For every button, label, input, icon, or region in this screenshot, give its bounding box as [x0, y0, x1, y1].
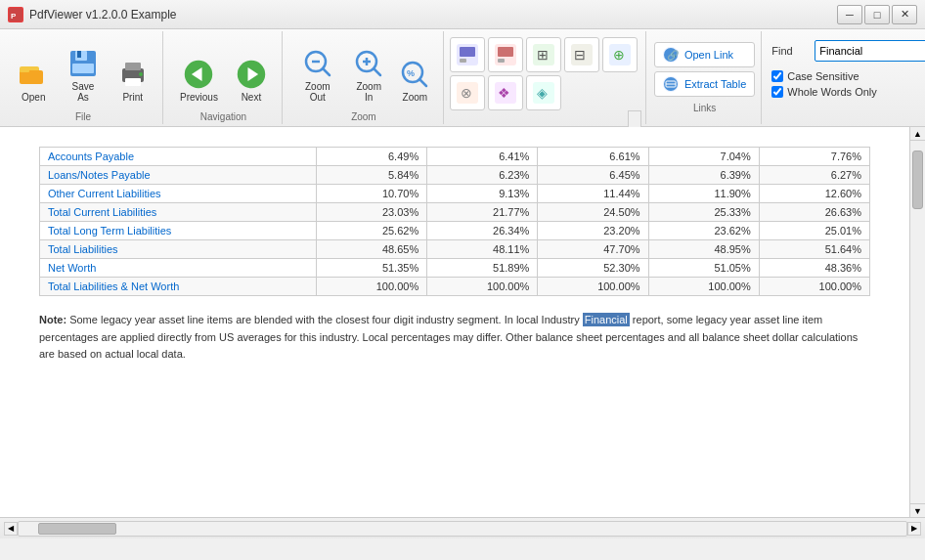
file-group-label: File	[75, 111, 91, 122]
h-scroll-right-btn[interactable]: ▶	[907, 522, 921, 536]
zoom-button[interactable]: % Zoom	[395, 54, 435, 108]
h-scroll-left-btn[interactable]: ◀	[4, 522, 18, 536]
extract-table-icon	[663, 76, 679, 92]
row-value-cell: 24.50%	[538, 203, 648, 222]
table-row: Other Current Liabilities10.70%9.13%11.4…	[40, 185, 870, 203]
case-sensitive-checkbox[interactable]	[771, 70, 783, 82]
scroll-up-btn[interactable]: ▲	[910, 127, 925, 141]
svg-text:⊕: ⊕	[613, 47, 625, 63]
previous-label: Previous	[180, 92, 218, 103]
next-button[interactable]: Next	[229, 54, 274, 108]
open-button[interactable]: Open	[12, 54, 56, 108]
svg-rect-31	[498, 47, 513, 57]
extract-table-label: Extract Table	[684, 78, 746, 90]
skin-btn-6[interactable]: ⊗	[450, 75, 485, 110]
row-label-cell: Total Current Liabilities	[40, 203, 317, 222]
right-scrollbar[interactable]: ▲ ▼	[909, 127, 925, 517]
scrollbar-thumb[interactable]	[912, 151, 923, 209]
horizontal-scrollbar[interactable]	[18, 521, 907, 537]
row-value-cell: 23.62%	[648, 222, 759, 240]
note-highlight: Financial	[583, 313, 630, 326]
note-text: Some legacy year asset line items are bl…	[66, 314, 583, 325]
open-icon	[18, 59, 49, 90]
open-link-label: Open Link	[684, 49, 733, 61]
svg-rect-8	[72, 64, 94, 73]
skin-btn-8[interactable]: ◈	[526, 75, 561, 110]
row-value-cell: 11.90%	[648, 185, 759, 203]
next-label: Next	[242, 92, 262, 103]
title-bar: P PdfViewer v1.2.0.0 Example ─ □ ✕	[0, 0, 925, 29]
zoom-out-icon	[302, 48, 333, 79]
whole-words-row: Whole Words Only	[771, 86, 925, 98]
zoom-in-icon	[353, 48, 384, 79]
row-value-cell: 6.45%	[538, 166, 648, 185]
close-button[interactable]: ✕	[892, 5, 917, 24]
zoom-out-button[interactable]: Zoom Out	[292, 43, 343, 108]
svg-rect-4	[20, 68, 29, 72]
row-value-cell: 51.89%	[427, 259, 538, 278]
row-value-cell: 5.84%	[317, 166, 427, 185]
case-sensitive-label[interactable]: Case Sensitive	[787, 70, 859, 82]
row-value-cell: 23.20%	[538, 222, 648, 240]
table-row: Total Liabilities48.65%48.11%47.70%48.95…	[40, 240, 870, 259]
print-label: Print	[122, 92, 143, 103]
row-value-cell: 25.33%	[648, 203, 759, 222]
skin-btn-4[interactable]: ⊟	[564, 37, 599, 72]
skin-btn-1[interactable]	[450, 37, 485, 72]
svg-point-12	[139, 72, 143, 76]
zoom-label: Zoom	[403, 92, 428, 103]
row-value-cell: 12.60%	[759, 185, 869, 203]
row-label-cell: Total Liabilities	[40, 240, 317, 259]
row-label-cell: Total Long Term Liabilities	[40, 222, 317, 240]
find-input[interactable]	[815, 40, 925, 62]
scrollbar-track	[910, 141, 925, 503]
note-section: Note: Some legacy year asset line items …	[39, 312, 870, 364]
row-value-cell: 48.11%	[427, 240, 538, 259]
table-row: Total Long Term Liabilities25.62%26.34%2…	[40, 222, 870, 240]
minimize-button[interactable]: ─	[837, 5, 862, 24]
navigation-group-label: Navigation	[200, 111, 246, 122]
saveas-button[interactable]: Save As	[60, 43, 108, 108]
row-value-cell: 48.95%	[648, 240, 759, 259]
skin-btn-7[interactable]: ❖	[488, 75, 523, 110]
extract-table-button[interactable]: Extract Table	[654, 71, 755, 97]
row-value-cell: 100.00%	[759, 278, 869, 296]
window-title: PdfViewer v1.2.0.0 Example	[29, 8, 177, 22]
row-value-cell: 48.65%	[317, 240, 427, 259]
svg-rect-11	[125, 78, 141, 86]
row-value-cell: 6.39%	[648, 166, 759, 185]
row-value-cell: 26.63%	[759, 203, 869, 222]
svg-rect-7	[77, 51, 81, 58]
navigation-group: Previous Next Navigation	[165, 31, 283, 124]
row-value-cell: 11.44%	[538, 185, 648, 203]
whole-words-label[interactable]: Whole Words Only	[787, 86, 877, 98]
svg-text:%: %	[407, 68, 415, 78]
pdf-content: Accounts Payable6.49%6.41%6.61%7.04%7.76…	[0, 127, 909, 517]
svg-text:P: P	[11, 12, 17, 21]
zoom-in-label: Zoom In	[354, 81, 384, 103]
print-button[interactable]: Print	[110, 54, 154, 108]
svg-rect-29	[460, 59, 466, 63]
skin-btn-5[interactable]: ⊕	[602, 37, 638, 72]
open-link-button[interactable]: 🔗 Open Link	[654, 42, 755, 67]
skin-btn-3[interactable]: ⊞	[526, 37, 561, 72]
zoom-out-label: Zoom Out	[299, 81, 336, 103]
status-bar: ◀ ▶	[0, 517, 925, 538]
toolbar: Open Save As	[0, 29, 925, 127]
links-group: 🔗 Open Link Extract Table Links	[648, 31, 762, 124]
maximize-button[interactable]: □	[864, 5, 890, 24]
skin-btn-2[interactable]	[488, 37, 523, 72]
scroll-down-btn[interactable]: ▼	[910, 503, 925, 517]
row-value-cell: 6.27%	[759, 166, 869, 185]
row-value-cell: 51.64%	[759, 240, 869, 259]
row-label-cell: Other Current Liabilities	[40, 185, 317, 203]
zoom-in-button[interactable]: Zoom In	[347, 43, 391, 108]
row-value-cell: 26.34%	[427, 222, 538, 240]
h-scroll-thumb[interactable]	[38, 523, 116, 535]
svg-text:⊟: ⊟	[574, 47, 586, 63]
previous-button[interactable]: Previous	[173, 54, 225, 108]
svg-line-19	[323, 68, 330, 75]
whole-words-checkbox[interactable]	[771, 86, 783, 98]
row-value-cell: 25.01%	[759, 222, 869, 240]
row-value-cell: 6.49%	[317, 148, 427, 166]
